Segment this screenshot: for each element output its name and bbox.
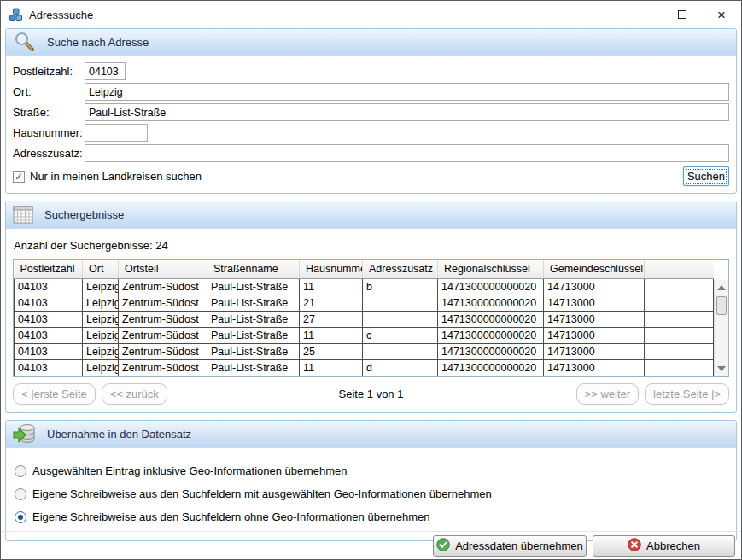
- adresszusatz-input[interactable]: [85, 144, 729, 162]
- pagination-bar: Seite 1 von 1 < |erste Seite << zurück >…: [13, 382, 729, 405]
- column-header[interactable]: [645, 260, 714, 279]
- next-page-button[interactable]: >> weiter: [576, 383, 639, 405]
- table-cell: 14713000: [544, 360, 645, 376]
- table-grid-icon: [13, 206, 33, 224]
- check-circle-icon: [436, 538, 450, 554]
- close-icon: ×: [717, 8, 726, 22]
- landkreise-checkbox[interactable]: ✓: [13, 171, 25, 183]
- ort-label: Ort:: [13, 85, 85, 98]
- table-cell: 14713000: [544, 295, 645, 312]
- transfer-panel-title: Übernahme in den Datensatz: [47, 428, 191, 440]
- table-cell: 04103: [15, 295, 83, 312]
- results-table-container: PostleitzahlOrtOrtsteilStraßennameHausnu…: [13, 259, 729, 377]
- strasse-input[interactable]: [85, 103, 729, 121]
- transfer-option-label: Ausgewählten Eintrag inklusive Geo-Infor…: [32, 464, 348, 477]
- field-row-ort: Ort:: [13, 83, 729, 101]
- table-cell: 14713000: [544, 344, 645, 360]
- table-cell: 04103: [15, 344, 83, 360]
- table-cell: Paul-List-Straße: [207, 344, 300, 360]
- maximize-button[interactable]: [663, 1, 702, 28]
- table-row[interactable]: 04103LeipzigZentrum-SüdostPaul-List-Stra…: [15, 344, 714, 360]
- header-row: PostleitzahlOrtOrtsteilStraßennameHausnu…: [15, 260, 714, 279]
- column-header[interactable]: Gemeindeschlüssel: [544, 260, 645, 279]
- window-title: Adresssuche: [29, 9, 93, 21]
- transfer-option-2[interactable]: Eigene Schreibweise aus den Suchfeldern …: [15, 510, 729, 523]
- close-button[interactable]: ×: [702, 1, 741, 28]
- column-header[interactable]: Adresszusatz: [363, 260, 438, 279]
- results-table-head: PostleitzahlOrtOrtsteilStraßennameHausnu…: [15, 260, 714, 279]
- table-cell: [645, 279, 714, 295]
- table-cell: 04103: [15, 328, 83, 344]
- table-row[interactable]: 04103LeipzigZentrum-SüdostPaul-List-Stra…: [15, 279, 714, 295]
- strasse-label: Straße:: [13, 106, 85, 119]
- table-cell: [363, 295, 438, 312]
- table-cell: 04103: [15, 360, 83, 376]
- table-cell: Zentrum-Südost: [119, 312, 207, 328]
- table-cell: 1471300000000020: [438, 312, 544, 328]
- column-header[interactable]: Postleitzahl: [15, 260, 83, 279]
- table-cell: d: [363, 360, 438, 376]
- apply-address-button[interactable]: Adressdaten übernehmen: [433, 535, 587, 557]
- table-cell: Leipzig: [83, 312, 119, 328]
- apply-button-label: Adressdaten übernehmen: [455, 540, 583, 552]
- hausnummer-label: Hausnummer:: [13, 126, 85, 139]
- results-panel-header: Suchergebnisse: [6, 201, 736, 229]
- transfer-panel-header: Übernahme in den Datensatz: [6, 421, 736, 448]
- table-vertical-scrollbar[interactable]: [714, 280, 728, 376]
- minimize-button[interactable]: [623, 1, 663, 28]
- database-import-icon: [13, 423, 36, 445]
- transfer-option-label: Eigene Schreibweise aus den Suchfeldern …: [32, 487, 492, 500]
- table-cell: 21: [300, 295, 363, 312]
- prev-page-button[interactable]: << zurück: [102, 383, 167, 405]
- results-table: PostleitzahlOrtOrtsteilStraßennameHausnu…: [14, 260, 714, 376]
- scroll-down-icon[interactable]: [717, 366, 726, 371]
- table-cell: Paul-List-Straße: [207, 295, 300, 312]
- table-cell: Paul-List-Straße: [207, 312, 300, 328]
- table-cell: 1471300000000020: [438, 295, 544, 312]
- table-row[interactable]: 04103LeipzigZentrum-SüdostPaul-List-Stra…: [15, 360, 714, 376]
- search-panel: Suche nach Adresse Postleitzahl: Ort: St…: [5, 28, 737, 194]
- table-cell: 04103: [15, 279, 83, 295]
- last-page-button[interactable]: letzte Seite |>: [645, 383, 729, 405]
- transfer-option-0[interactable]: Ausgewählten Eintrag inklusive Geo-Infor…: [15, 464, 729, 477]
- field-row-adresszusatz: Adresszusatz:: [13, 144, 729, 162]
- table-cell: Zentrum-Südost: [119, 279, 207, 295]
- search-panel-title: Suche nach Adresse: [47, 36, 149, 49]
- search-panel-header: Suche nach Adresse: [6, 29, 736, 56]
- radio-unselected-icon[interactable]: [15, 465, 26, 477]
- results-panel: Suchergebnisse Anzahl der Suchergebnisse…: [5, 201, 737, 413]
- table-cell: [645, 360, 714, 376]
- field-row-postleitzahl: Postleitzahl:: [13, 62, 729, 80]
- minimize-icon: [639, 15, 648, 15]
- column-header[interactable]: Straßenname: [207, 260, 300, 279]
- radio-unselected-icon[interactable]: [15, 488, 26, 500]
- table-cell: 11: [300, 328, 363, 344]
- table-row[interactable]: 04103LeipzigZentrum-SüdostPaul-List-Stra…: [15, 312, 714, 328]
- transfer-option-1[interactable]: Eigene Schreibweise aus den Suchfeldern …: [15, 487, 729, 500]
- title-bar: Adresssuche ×: [1, 1, 741, 28]
- column-header[interactable]: Hausnummer: [300, 260, 363, 279]
- scroll-up-icon[interactable]: [717, 285, 726, 290]
- table-cell: 14713000: [544, 312, 645, 328]
- table-row[interactable]: 04103LeipzigZentrum-SüdostPaul-List-Stra…: [15, 328, 714, 344]
- results-panel-title: Suchergebnisse: [44, 208, 124, 221]
- hausnummer-input[interactable]: [85, 124, 148, 142]
- table-cell: Paul-List-Straße: [207, 328, 300, 344]
- footer-button-bar: Adressdaten übernehmen Abbrechen: [1, 531, 741, 559]
- column-header[interactable]: Ort: [83, 260, 119, 279]
- cancel-button[interactable]: Abbrechen: [593, 535, 735, 557]
- scrollbar-thumb[interactable]: [716, 296, 727, 315]
- transfer-panel-body: Ausgewählten Eintrag inklusive Geo-Infor…: [6, 448, 736, 540]
- column-header[interactable]: Ortsteil: [119, 260, 207, 279]
- postleitzahl-input[interactable]: [85, 62, 126, 80]
- radio-selected-icon[interactable]: [15, 511, 26, 523]
- ort-input[interactable]: [85, 83, 729, 101]
- results-panel-body: Anzahl der Suchergebnisse: 24 Postleitza…: [6, 229, 736, 412]
- column-header[interactable]: Regionalschlüssel: [438, 260, 544, 279]
- first-page-button[interactable]: < |erste Seite: [13, 383, 96, 405]
- suchen-button[interactable]: Suchen: [683, 166, 729, 186]
- table-row[interactable]: 04103LeipzigZentrum-SüdostPaul-List-Stra…: [15, 295, 714, 312]
- search-options-row: ✓ Nur in meinen Landkreisen suchen Suche…: [13, 166, 729, 186]
- checkmark-icon: ✓: [15, 172, 23, 182]
- magnifier-icon: [13, 32, 36, 53]
